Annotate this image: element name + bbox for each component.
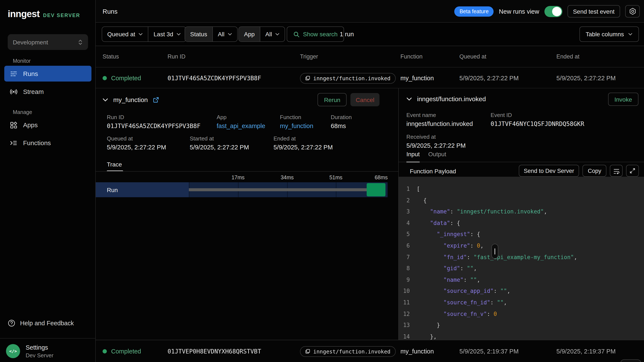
sidebar-item-runs[interactable]: Runs: [4, 66, 92, 82]
sidebar-divider: [0, 338, 96, 339]
event-id-value: 01JTVF46NYC1QSFJDNRDQ58GKR: [490, 120, 584, 127]
sidebar-item-apps[interactable]: Apps: [4, 117, 92, 133]
trace-duration-line: [189, 188, 368, 191]
code-line-number: 14: [399, 331, 417, 340]
panel-resize-handle[interactable]: [492, 244, 498, 259]
trace-run-row[interactable]: Run: [96, 182, 388, 197]
started-at-label: Started at: [190, 135, 249, 142]
beta-feature-badge: Beta feature: [454, 6, 494, 16]
function-link[interactable]: my_function: [280, 123, 313, 129]
code-line-content: "source_fn_v": 0: [417, 308, 497, 320]
collapse-chevron-icon[interactable]: [102, 98, 108, 101]
new-runs-view-toggle[interactable]: [544, 6, 562, 17]
code-line: 13 }: [399, 320, 644, 331]
table-row[interactable]: Completed 01JTVF46SA5ZCDK4YPFSPV3B8F inn…: [96, 67, 644, 88]
functions-icon: [10, 139, 18, 147]
send-to-dev-server-button[interactable]: Send to Dev Server: [518, 165, 579, 177]
code-line-number: 8: [399, 263, 417, 274]
environment-select[interactable]: Development: [8, 34, 88, 50]
send-test-event-button[interactable]: Send test event: [567, 5, 620, 17]
run-id-label: Run ID: [107, 114, 200, 120]
header-function: Function: [400, 46, 423, 67]
tab-input[interactable]: Input: [406, 151, 420, 163]
table-columns-button[interactable]: Table columns: [579, 26, 639, 42]
ended-at-value: 5/9/2025, 2:27:22 PM: [274, 144, 333, 151]
run-id: 01JTVEP0H8EVDNYXH68QRSTVBT: [168, 340, 261, 362]
cancel-button[interactable]: Cancel: [351, 93, 380, 106]
trace-run-segment[interactable]: [367, 183, 386, 196]
status-dot-completed: [102, 349, 107, 354]
trigger-pill[interactable]: inngest/function.invoked: [300, 346, 396, 357]
status-filter: Status All: [184, 26, 238, 42]
logo-text: inngest: [8, 8, 40, 20]
app-filter-value: All: [266, 31, 272, 37]
status-filter-select[interactable]: All: [212, 27, 237, 41]
run-detail-header: my_function: [102, 96, 159, 103]
trace-tick: 17ms: [232, 175, 244, 181]
time-filter: Queued at Last 3d: [102, 26, 186, 42]
code-editor[interactable]: 1[2 {3 "name": "inngest/function.invoked…: [399, 177, 644, 340]
logo[interactable]: inngest DEV SERVER: [8, 8, 80, 20]
table-row[interactable]: Completed 01JTVEP0H8EVDNYXH68QRSTVBT inn…: [96, 340, 644, 362]
rerun-button[interactable]: Rerun: [318, 93, 347, 106]
chevron-up-down-icon: [78, 39, 83, 45]
trace-timeline: [189, 182, 388, 197]
queued-at-value: 5/9/2025, 2:19:37 PM: [460, 340, 518, 362]
code-line: 7 "fn_id": "fast_api_example-my_function…: [399, 252, 644, 263]
tab-output[interactable]: Output: [428, 151, 446, 163]
chevron-down-icon: [276, 33, 280, 35]
status-label: Completed: [111, 348, 141, 355]
sidebar-item-stream[interactable]: Stream: [4, 84, 92, 99]
trace-tick: 51ms: [329, 175, 342, 181]
trigger-name: inngest/function.invoked: [313, 75, 390, 81]
event-detail-header: inngest/function.invoked: [406, 95, 486, 102]
word-wrap-button[interactable]: [610, 165, 623, 177]
time-field-select[interactable]: Queued at: [102, 27, 148, 41]
app-field: App fast_api_example: [217, 114, 265, 129]
code-editor-lines: 1[2 {3 "name": "inngest/function.invoked…: [399, 183, 644, 340]
status-dot-completed: [102, 76, 107, 80]
invoke-button[interactable]: Invoke: [608, 93, 639, 106]
run-status: Completed: [102, 67, 141, 89]
code-line-number: 11: [399, 297, 417, 308]
settings-entry[interactable]: </> Settings Dev Server: [6, 344, 54, 359]
tab-trace[interactable]: Trace: [107, 161, 122, 168]
sidebar-item-label: Stream: [23, 88, 44, 95]
trigger-pill[interactable]: inngest/function.invoked: [300, 73, 396, 83]
function-field: Function my_function: [280, 114, 313, 129]
code-line-number: 5: [399, 229, 417, 240]
bottom-right-partial-button[interactable]: [620, 360, 641, 362]
trigger-cell: inngest/function.invoked: [300, 67, 396, 89]
code-line-content: "source_app_id": "",: [417, 286, 510, 297]
queued-at-value: 5/9/2025, 2:27:22 PM: [107, 144, 166, 151]
app-link[interactable]: fast_api_example: [217, 123, 265, 129]
environment-select-value: Development: [13, 39, 48, 45]
app-filter-select[interactable]: All: [260, 27, 285, 41]
external-link-icon[interactable]: [153, 97, 159, 103]
show-search-label: Show search: [303, 31, 338, 37]
copy-button[interactable]: Copy: [583, 165, 606, 177]
code-line: 12 "source_fn_v": 0: [399, 308, 644, 320]
expand-button[interactable]: [626, 165, 639, 177]
sidebar-item-label: Apps: [23, 121, 38, 129]
show-search-button[interactable]: Show search: [287, 26, 344, 42]
time-range-select[interactable]: Last 3d: [148, 27, 186, 41]
duration-value: 68ms: [331, 123, 352, 129]
code-line: 8 "gid": "",: [399, 263, 644, 274]
settings-gear-button[interactable]: [625, 5, 640, 17]
app-label: App: [217, 114, 265, 120]
settings-subtitle: Dev Server: [26, 352, 54, 359]
sidebar-item-functions[interactable]: Functions: [4, 135, 92, 151]
event-icon: [305, 76, 310, 81]
topbar-actions: Beta feature New runs view Send test eve…: [454, 0, 640, 23]
collapse-chevron-icon[interactable]: [406, 97, 412, 101]
header-status: Status: [102, 46, 119, 67]
code-line-number: 2: [399, 195, 417, 206]
started-at-value: 5/9/2025, 2:27:22 PM: [190, 144, 249, 151]
function-name: my_function: [400, 67, 434, 89]
payload-title: Function Payload: [410, 168, 456, 175]
nav-section-manage: Manage: [13, 109, 32, 115]
code-line-content: "gid": "",: [417, 263, 477, 274]
inngest-dev-server: inngest DEV SERVER Development Monitor R…: [0, 0, 644, 362]
help-and-feedback[interactable]: Help and Feedback: [8, 319, 74, 327]
